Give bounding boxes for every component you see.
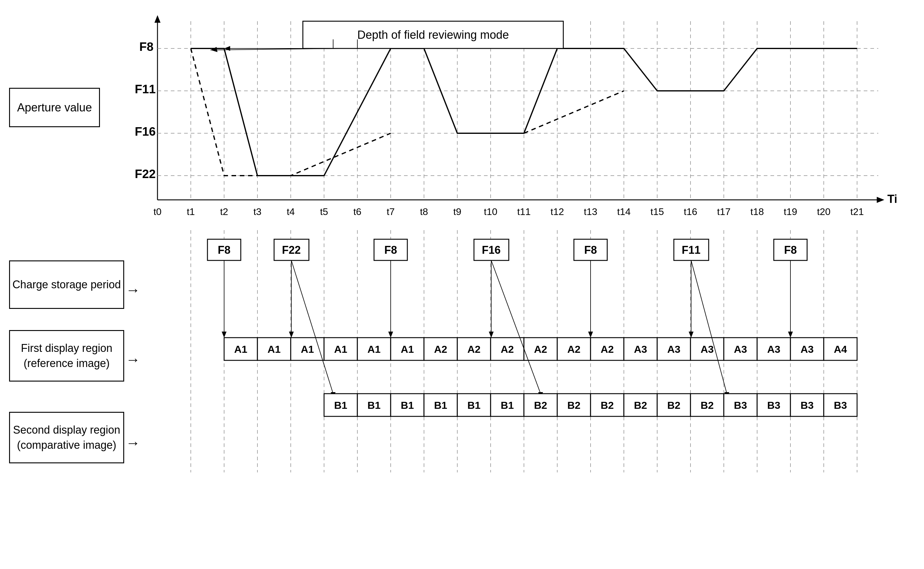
svg-marker-108 [489,332,494,338]
svg-text:t0: t0 [154,206,162,217]
svg-text:A3: A3 [667,344,680,355]
svg-text:t4: t4 [287,206,295,217]
svg-text:F22: F22 [135,167,156,181]
svg-text:B1: B1 [467,399,480,411]
svg-text:F8: F8 [784,244,797,256]
svg-text:t7: t7 [387,206,395,217]
svg-text:t3: t3 [253,206,262,217]
svg-text:t21: t21 [850,206,864,217]
svg-text:A3: A3 [801,344,813,355]
svg-text:A2: A2 [567,344,580,355]
first-display-label: First display region(reference image) [9,330,124,382]
svg-text:F16: F16 [482,244,501,256]
svg-text:t17: t17 [717,206,731,217]
svg-text:t9: t9 [454,206,461,217]
svg-text:t6: t6 [353,206,362,217]
svg-text:B2: B2 [700,399,714,411]
svg-text:Depth of field reviewing mode: Depth of field reviewing mode [357,29,509,41]
svg-text:A1: A1 [367,344,381,355]
svg-text:F8: F8 [384,244,397,256]
svg-text:A1: A1 [268,344,280,355]
svg-text:B1: B1 [367,399,381,411]
svg-text:A2: A2 [467,344,480,355]
svg-text:t16: t16 [684,206,697,217]
svg-text:B1: B1 [334,399,347,411]
svg-text:B3: B3 [801,399,813,411]
svg-text:A1: A1 [234,344,247,355]
svg-text:t15: t15 [650,206,664,217]
svg-text:B2: B2 [601,399,613,411]
main-chart-svg: Time F8 F11 F16 F22 [121,12,897,230]
svg-text:B3: B3 [834,399,847,411]
svg-marker-102 [222,332,227,338]
svg-text:A2: A2 [601,344,613,355]
svg-marker-104 [289,332,294,338]
svg-text:B3: B3 [734,399,747,411]
svg-text:B2: B2 [634,399,647,411]
svg-text:A1: A1 [301,344,314,355]
svg-line-153 [291,260,333,394]
svg-text:A3: A3 [734,344,747,355]
svg-text:F8: F8 [218,244,230,256]
svg-text:t14: t14 [617,206,630,217]
svg-text:B2: B2 [667,399,680,411]
svg-text:t11: t11 [517,206,531,217]
svg-text:t13: t13 [584,206,597,217]
svg-text:F16: F16 [135,125,156,138]
svg-text:B1: B1 [434,399,447,411]
svg-text:F11: F11 [135,82,156,96]
svg-marker-3 [877,197,884,203]
svg-marker-106 [388,332,393,338]
svg-text:B3: B3 [767,399,780,411]
svg-text:Time: Time [887,193,897,205]
svg-text:B1: B1 [401,399,414,411]
svg-text:F11: F11 [682,244,700,256]
svg-marker-65 [210,47,218,52]
svg-text:B2: B2 [567,399,580,411]
svg-text:F22: F22 [282,244,301,256]
svg-marker-112 [689,332,694,338]
charge-storage-label: Charge storage period [9,260,124,309]
svg-text:t8: t8 [420,206,428,217]
aperture-value-label: Aperture value [9,88,100,127]
svg-marker-110 [588,332,593,338]
svg-marker-1 [154,15,160,23]
svg-text:A2: A2 [434,344,447,355]
svg-text:A3: A3 [700,344,714,355]
svg-text:A2: A2 [501,344,514,355]
svg-marker-114 [788,332,793,338]
svg-text:A3: A3 [767,344,780,355]
svg-text:t10: t10 [484,206,497,217]
main-container: Aperture value Time F8 F11 F16 F22 [0,0,924,569]
svg-text:t12: t12 [551,206,564,217]
svg-text:B2: B2 [534,399,547,411]
bottom-section-svg: F8 F22 F8 F16 F8 F11 F8 [121,230,897,472]
svg-line-157 [691,260,727,394]
svg-text:A3: A3 [634,344,647,355]
svg-text:t20: t20 [817,206,830,217]
svg-text:A2: A2 [534,344,547,355]
svg-text:t1: t1 [187,206,195,217]
svg-line-155 [491,260,540,394]
svg-text:F8: F8 [584,244,597,256]
svg-text:t5: t5 [320,206,328,217]
svg-text:t18: t18 [750,206,764,217]
svg-text:t2: t2 [220,206,228,217]
svg-text:A1: A1 [401,344,414,355]
svg-text:B1: B1 [501,399,514,411]
svg-text:A1: A1 [334,344,347,355]
svg-text:A4: A4 [834,344,847,355]
svg-text:F8: F8 [139,40,154,53]
second-display-label: Second display region(comparative image) [9,412,124,463]
svg-text:t19: t19 [784,206,797,217]
